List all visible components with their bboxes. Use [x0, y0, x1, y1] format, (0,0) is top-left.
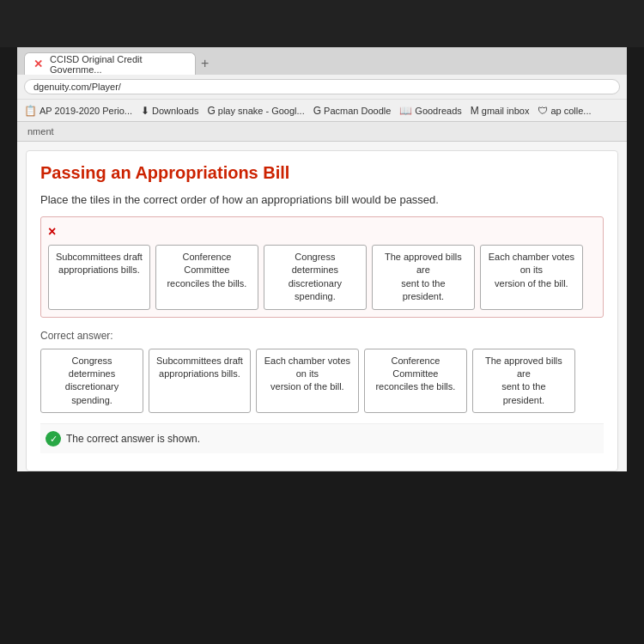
correct-tile-4-line1: Conference Committee: [391, 355, 440, 379]
correct-tile-3-line1: Each chamber votes on its: [264, 355, 350, 379]
active-tab[interactable]: ✕ CCISD Original Credit Governme...: [24, 52, 196, 75]
google-icon-2: G: [313, 105, 321, 117]
download-icon: ⬇: [141, 105, 149, 117]
correct-tile-2-line1: Subcommittees draft: [156, 355, 243, 366]
user-tile-2-line2: reconciles the bills.: [167, 278, 246, 289]
browser-window: ✕ CCISD Original Credit Governme... + dg…: [17, 47, 627, 471]
page-content: nment Passing an Appropriations Bill Pla…: [17, 122, 627, 471]
goodreads-icon: 📖: [399, 105, 412, 117]
tab-favicon-error: ✕: [33, 58, 43, 70]
main-card: Passing an Appropriations Bill Place the…: [26, 150, 618, 471]
bookmark-goodreads-label: Goodreads: [415, 106, 461, 116]
bookmark-ap-college-label: ap colle...: [550, 106, 591, 116]
bookmarks-bar: 📋 AP 2019-2020 Perio... ⬇ Downloads G pl…: [17, 99, 627, 121]
user-tiles-row: Subcommittees draft appropriations bills…: [48, 245, 596, 310]
bookmark-snake[interactable]: G play snake - Googl...: [207, 105, 304, 117]
page-title: Passing an Appropriations Bill: [40, 163, 604, 183]
correct-tile-5: The approved bills are sent to the presi…: [472, 349, 575, 414]
user-tile-1-line2: appropriations bills.: [58, 264, 140, 275]
breadcrumb: nment: [17, 122, 627, 142]
user-tile-3-line1: Congress determines: [292, 252, 338, 275]
user-tile-5[interactable]: Each chamber votes on its version of the…: [480, 245, 583, 310]
correct-tile-1: Congress determines discretionary spendi…: [40, 349, 143, 414]
user-tile-4-line1: The approved bills are: [385, 252, 462, 275]
bezel-top: [0, 0, 644, 47]
correct-label: Correct answer:: [40, 330, 604, 342]
new-tab-button[interactable]: +: [196, 56, 214, 71]
bookmark-gmail[interactable]: M gmail inbox: [471, 105, 530, 117]
correct-tile-4: Conference Committee reconciles the bill…: [364, 349, 467, 414]
bookmark-goodreads[interactable]: 📖 Goodreads: [399, 105, 461, 117]
user-tile-5-line2: version of the bill.: [495, 278, 568, 289]
bookmark-pacman[interactable]: G Pacman Doodle: [313, 105, 392, 117]
correct-tile-2: Subcommittees draft appropriations bills…: [149, 349, 251, 414]
correct-tile-5-line2: sent to the president.: [501, 381, 545, 404]
gmail-icon: M: [471, 105, 479, 117]
answer-notice: ✓ The correct answer is shown.: [40, 423, 604, 453]
tab-label: CCISD Original Credit Governme...: [50, 54, 186, 75]
correct-tile-3-line2: version of the bill.: [270, 381, 344, 392]
ap-college-icon: 🛡: [538, 105, 548, 117]
bookmark-downloads[interactable]: ⬇ Downloads: [141, 105, 198, 117]
instruction-text: Place the tiles in the correct order of …: [40, 193, 604, 206]
user-tile-2-line1: Conference Committee: [182, 252, 231, 275]
user-tile-4[interactable]: The approved bills are sent to the presi…: [372, 245, 475, 310]
drag-drop-area[interactable]: × Subcommittees draft appropriations bil…: [40, 216, 604, 318]
correct-tile-5-line1: The approved bills are: [485, 355, 562, 379]
user-tile-3[interactable]: Congress determines discretionary spendi…: [264, 245, 367, 310]
address-bar[interactable]: dgenuity.com/Player/: [24, 79, 620, 94]
bookmark-pacman-label: Pacman Doodle: [324, 106, 391, 116]
user-tile-4-line2: sent to the president.: [401, 278, 445, 301]
bookmark-ap[interactable]: 📋 AP 2019-2020 Perio...: [24, 105, 132, 117]
bookmark-ap-college[interactable]: 🛡 ap colle...: [538, 105, 591, 117]
bookmark-snake-label: play snake - Googl...: [218, 106, 305, 116]
bookmark-ap-icon: 📋: [24, 105, 37, 117]
check-icon: ✓: [46, 431, 61, 447]
correct-tile-1-line1: Congress determines: [69, 355, 115, 379]
correct-tile-2-line2: appropriations bills.: [159, 368, 240, 379]
user-tile-1[interactable]: Subcommittees draft appropriations bills…: [48, 245, 150, 310]
answer-notice-text: The correct answer is shown.: [66, 433, 200, 445]
bookmark-downloads-label: Downloads: [152, 106, 198, 116]
correct-answer-section: Correct answer: Congress determines disc…: [40, 330, 604, 414]
google-icon-1: G: [207, 105, 215, 117]
address-bar-row: dgenuity.com/Player/: [17, 75, 627, 99]
drag-area-x-mark: ×: [48, 224, 596, 240]
correct-tile-3: Each chamber votes on its version of the…: [256, 349, 359, 414]
user-tile-2[interactable]: Conference Committee reconciles the bill…: [155, 245, 258, 310]
bookmark-gmail-label: gmail inbox: [482, 106, 530, 116]
browser-chrome: ✕ CCISD Original Credit Governme... + dg…: [17, 47, 627, 122]
correct-tiles-row: Congress determines discretionary spendi…: [40, 349, 604, 414]
breadcrumb-text: nment: [27, 126, 54, 137]
bookmark-ap-label: AP 2019-2020 Perio...: [39, 106, 132, 116]
user-tile-5-line1: Each chamber votes on its: [489, 252, 574, 275]
correct-tile-4-line2: reconciles the bills.: [375, 381, 455, 392]
user-tile-1-line1: Subcommittees draft: [56, 252, 143, 262]
bezel-bottom: [0, 480, 644, 514]
correct-tile-1-line2: discretionary spending.: [65, 381, 118, 404]
tab-bar: ✕ CCISD Original Credit Governme... +: [17, 47, 627, 75]
user-tile-3-line2: discretionary spending.: [289, 278, 342, 301]
